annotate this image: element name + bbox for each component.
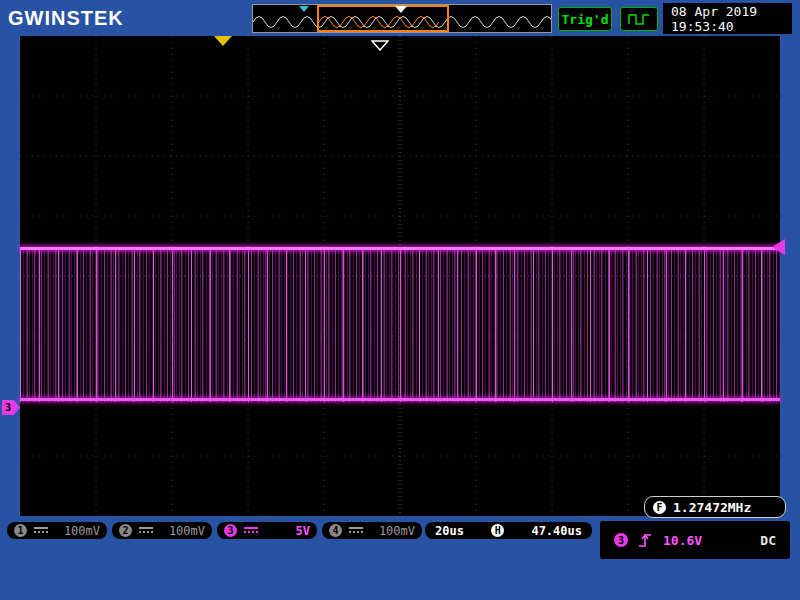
channel4-scale: 100mV <box>379 524 415 538</box>
ch3-waveform-top-edge <box>20 247 780 250</box>
oscilloscope-display: GWINSTEK Trig'd 08 Apr 2019 19:53:40 <box>0 0 800 600</box>
channel3-badge: 3 <box>224 524 237 537</box>
channel4-status[interactable]: 4 100mV <box>322 522 422 539</box>
trigger-mode-badge <box>620 7 658 31</box>
channel1-badge: 1 <box>14 524 27 537</box>
brand-logo: GWINSTEK <box>8 7 124 30</box>
channel2-status[interactable]: 2 100mV <box>112 522 212 539</box>
channel1-status[interactable]: 1 100mV <box>7 522 107 539</box>
ch3-ground-marker[interactable]: 3 <box>2 400 20 415</box>
frequency-readout: F 1.27472MHz <box>644 496 786 518</box>
channel2-badge: 2 <box>119 524 132 537</box>
ch3-waveform <box>20 249 780 402</box>
rising-edge-icon <box>638 532 653 549</box>
dc-coupling-icon <box>243 526 259 535</box>
dc-coupling-icon <box>33 526 49 535</box>
horizontal-center-marker-icon <box>371 36 389 55</box>
channel2-scale: 100mV <box>169 524 205 538</box>
trigger-level-value: 10.6V <box>663 533 702 548</box>
horizontal-position: 47.40us <box>531 524 582 538</box>
memory-preview-bar <box>252 4 552 33</box>
scope-screen <box>20 36 780 516</box>
horizontal-icon: H <box>491 524 504 537</box>
timebase-scale: 20us <box>435 524 464 538</box>
trigger-coupling-value: DC <box>760 533 776 548</box>
ch3-ground-label: 3 <box>5 402 11 413</box>
channel3-scale: 5V <box>296 524 310 538</box>
trigger-status-panel[interactable]: 3 10.6V DC <box>600 521 790 559</box>
trigger-status-label: Trig'd <box>562 12 609 27</box>
time-text: 19:53:40 <box>671 19 792 34</box>
channel4-badge: 4 <box>329 524 342 537</box>
channel1-scale: 100mV <box>64 524 100 538</box>
memory-position-marker-icon <box>395 6 407 13</box>
square-wave-icon <box>627 12 651 26</box>
dc-coupling-icon <box>138 526 154 535</box>
trigger-position-marker-icon[interactable] <box>214 36 232 46</box>
ch3-waveform-bottom-edge <box>20 398 780 401</box>
horizontal-status[interactable]: 20us H 47.40us <box>425 522 592 539</box>
expand-window-frame[interactable] <box>317 5 449 32</box>
channel3-status[interactable]: 3 5V <box>217 522 317 539</box>
frequency-icon: F <box>653 501 666 514</box>
trigger-source-badge: 3 <box>614 533 628 547</box>
dc-coupling-icon <box>348 526 364 535</box>
memory-trigger-marker-icon <box>299 6 309 12</box>
frequency-value: 1.27472MHz <box>673 500 751 515</box>
date-text: 08 Apr 2019 <box>671 4 792 19</box>
datetime-panel: 08 Apr 2019 19:53:40 <box>663 3 792 34</box>
trigger-level-marker-icon[interactable] <box>772 239 785 255</box>
trigger-status-badge: Trig'd <box>558 7 612 31</box>
